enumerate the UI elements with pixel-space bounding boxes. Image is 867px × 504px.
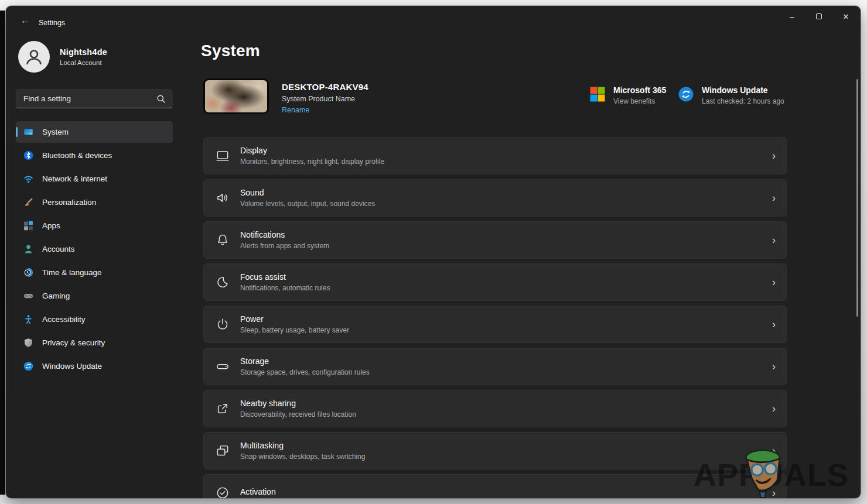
close-icon: ✕ — [843, 12, 849, 21]
sidebar-item-label: Accounts — [42, 245, 75, 253]
sidebar-item-label: Apps — [42, 221, 60, 230]
sidebar-item-label: Personalization — [42, 198, 96, 207]
row-subtitle: Sleep, battery usage, battery saver — [240, 326, 349, 334]
row-title: Display — [240, 146, 384, 155]
maximize-icon — [816, 13, 822, 19]
windows-update-icon — [23, 361, 33, 371]
chevron-right-icon: › — [772, 193, 776, 203]
windows-update-title: Windows Update — [702, 85, 784, 95]
device-name: DESKTOP-4RAKV94 — [282, 82, 368, 92]
microsoft-365-title: Microsoft 365 — [613, 85, 666, 95]
device-info: DESKTOP-4RAKV94 System Product Name Rena… — [282, 82, 368, 115]
chevron-right-icon: › — [772, 150, 776, 161]
sidebar-item-accessibility[interactable]: Accessibility — [16, 308, 173, 330]
last-checked-status: Last checked: 2 hours ago — [702, 97, 784, 105]
windows-update-block[interactable]: Windows Update Last checked: 2 hours ago — [678, 85, 784, 105]
settings-row-display[interactable]: Display Monitors, brightness, night ligh… — [203, 137, 787, 174]
settings-row-activation[interactable]: Activation › — [203, 474, 787, 498]
row-title: Activation — [240, 487, 276, 496]
chevron-right-icon: › — [772, 403, 776, 414]
row-title: Multitasking — [240, 441, 365, 450]
sidebar-item-time-language[interactable]: Time & language — [16, 262, 173, 283]
row-title: Power — [240, 314, 349, 324]
settings-row-notifications[interactable]: Notifications Alerts from apps and syste… — [203, 221, 787, 259]
sidebar: Nightsh4de Local Account — [16, 36, 173, 379]
settings-row-storage[interactable]: Storage Storage space, drives, configura… — [203, 348, 787, 385]
account-name: Nightsh4de — [60, 47, 107, 57]
sound-icon — [215, 190, 230, 205]
row-subtitle: Discoverability, received files location — [240, 410, 356, 419]
device-product-name: System Product Name — [282, 95, 368, 103]
sidebar-item-system[interactable]: System — [16, 121, 173, 143]
system-icon — [23, 127, 33, 137]
row-subtitle: Monitors, brightness, night light, displ… — [240, 157, 384, 166]
sidebar-item-network-internet[interactable]: Network & internet — [16, 168, 173, 190]
row-title: Sound — [240, 188, 375, 197]
network-icon — [23, 174, 33, 184]
sidebar-item-label: Time & language — [42, 268, 102, 277]
sidebar-item-label: Privacy & security — [42, 338, 105, 347]
chevron-right-icon: › — [772, 277, 776, 287]
account-type: Local Account — [60, 59, 107, 66]
sidebar-item-accounts[interactable]: Accounts — [16, 238, 173, 260]
settings-row-sound[interactable]: Sound Volume levels, output, input, soun… — [203, 179, 787, 217]
window-controls: – ✕ — [779, 6, 859, 27]
sidebar-item-personalization[interactable]: Personalization — [16, 191, 173, 213]
chevron-right-icon: › — [772, 361, 776, 372]
row-subtitle: Storage space, drives, configuration rul… — [240, 368, 370, 376]
sidebar-item-label: Windows Update — [42, 362, 102, 371]
sidebar-nav: System Bluetooth & devices — [16, 121, 173, 377]
account-row[interactable]: Nightsh4de Local Account — [16, 36, 173, 82]
power-icon — [215, 317, 230, 332]
titlebar: ← Settings – ✕ — [6, 6, 861, 32]
rename-link[interactable]: Rename — [282, 106, 309, 114]
settings-row-multitasking[interactable]: Multitasking Snap windows, desktops, tas… — [203, 432, 787, 469]
sidebar-item-label: Network & internet — [42, 174, 107, 183]
close-button[interactable]: ✕ — [832, 6, 859, 27]
sidebar-item-apps[interactable]: Apps — [16, 215, 173, 236]
sidebar-item-gaming[interactable]: Gaming — [16, 285, 173, 307]
background-window-edge — [0, 11, 5, 495]
sidebar-item-bluetooth-devices[interactable]: Bluetooth & devices — [16, 145, 173, 166]
activation-icon — [215, 485, 230, 498]
row-title: Storage — [240, 356, 370, 366]
device-thumbnail — [203, 78, 269, 114]
search-icon[interactable] — [156, 94, 166, 104]
row-subtitle: Notifications, automatic rules — [240, 284, 330, 292]
avatar — [18, 41, 50, 73]
page-title: System — [201, 42, 787, 60]
sidebar-item-label: Gaming — [42, 292, 70, 300]
row-subtitle: Volume levels, output, input, sound devi… — [240, 200, 375, 208]
row-title: Notifications — [240, 230, 329, 239]
back-button[interactable]: ← — [15, 13, 35, 28]
microsoft-365-block: Microsoft 365 View benefits — [590, 85, 666, 105]
display-icon — [215, 148, 230, 163]
search-input[interactable] — [16, 90, 172, 108]
storage-icon — [215, 359, 230, 374]
sidebar-item-label: Bluetooth & devices — [42, 151, 112, 160]
chevron-right-icon: › — [772, 235, 776, 245]
sidebar-item-windows-update[interactable]: Windows Update — [16, 355, 173, 377]
accessibility-icon — [23, 314, 33, 324]
personalization-icon — [23, 197, 33, 207]
maximize-button[interactable] — [805, 6, 832, 27]
chevron-right-icon: › — [772, 319, 776, 330]
minimize-button[interactable]: – — [779, 6, 805, 27]
accounts-icon — [23, 244, 33, 254]
chevron-right-icon: › — [772, 488, 776, 498]
settings-row-nearby-sharing[interactable]: Nearby sharing Discoverability, received… — [203, 390, 787, 427]
vertical-scrollbar[interactable] — [856, 79, 858, 317]
settings-row-power[interactable]: Power Sleep, battery usage, battery save… — [203, 306, 787, 343]
minimize-icon: – — [790, 12, 794, 21]
time-language-icon — [23, 268, 33, 277]
sidebar-item-privacy-security[interactable]: Privacy & security — [16, 332, 173, 354]
settings-row-focus-assist[interactable]: Focus assist Notifications, automatic ru… — [203, 263, 787, 301]
sidebar-item-label: Accessibility — [42, 315, 86, 324]
selected-indicator — [16, 127, 18, 137]
focus-assist-icon — [215, 275, 230, 290]
row-title: Focus assist — [240, 272, 330, 282]
microsoft-logo — [590, 87, 605, 102]
settings-window: ← Settings – ✕ Nightsh4de — [6, 6, 861, 498]
notifications-icon — [215, 232, 230, 248]
view-benefits-link[interactable]: View benefits — [613, 97, 666, 105]
